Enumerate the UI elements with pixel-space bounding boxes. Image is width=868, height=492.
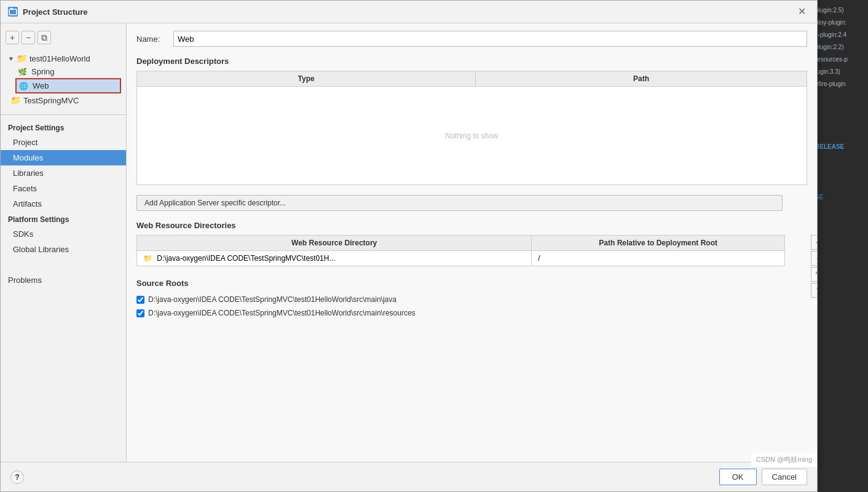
nav-facets[interactable]: Facets bbox=[1, 181, 126, 196]
deployment-descriptors-title: Deployment Descriptors bbox=[136, 57, 807, 66]
footer-left: ? bbox=[10, 470, 24, 484]
title-bar: Project Structure ✕ bbox=[1, 1, 817, 23]
cancel-button[interactable]: Cancel bbox=[762, 469, 807, 485]
add-app-server-descriptor-btn[interactable]: Add Application Server specific descript… bbox=[136, 195, 783, 211]
wr-table: Web Resource Directory Path Relative to … bbox=[136, 235, 785, 266]
wr-sidebar-buttons: + − ✎ ? bbox=[811, 235, 817, 298]
add-button[interactable]: + bbox=[6, 31, 19, 44]
right-panel: Name: Deployment Descriptors Type Path bbox=[127, 23, 817, 462]
source-root-2-label: D:\java-oxygen\IDEA CODE\TestSpringMVC\t… bbox=[148, 309, 416, 317]
platform-settings-label: Platform Settings bbox=[1, 212, 126, 226]
source-root-2-checkbox[interactable] bbox=[136, 309, 144, 317]
remove-button[interactable]: − bbox=[22, 31, 35, 44]
nav-artifacts[interactable]: Artifacts bbox=[1, 196, 126, 212]
wr-add-btn[interactable]: + bbox=[811, 235, 817, 250]
name-row: Name: bbox=[136, 31, 807, 47]
table-empty-text: Nothing to show bbox=[137, 87, 807, 185]
project-settings-label: Project Settings bbox=[1, 120, 126, 135]
nav-sdks[interactable]: SDKs bbox=[1, 226, 126, 242]
wr-edit-btn[interactable]: ✎ bbox=[811, 267, 817, 282]
nav-problems[interactable]: Problems bbox=[1, 269, 126, 291]
bg-line-2: ploy-plugin: bbox=[815, 17, 866, 28]
source-roots-title: Source Roots bbox=[136, 279, 807, 288]
nav-section: Project Settings Project Modules Librari… bbox=[1, 114, 126, 291]
bg-line-7: efire-plugin bbox=[815, 79, 866, 90]
tree-sibling-item[interactable]: 📁 TestSpringMVC bbox=[6, 93, 121, 107]
bg-line-1: plugin:2.5) bbox=[815, 5, 866, 16]
nav-libraries[interactable]: Libraries bbox=[1, 165, 126, 181]
toolbar-row: + − ⧉ bbox=[1, 28, 126, 49]
wr-table-wrapper: Web Resource Directory Path Relative to … bbox=[136, 235, 807, 266]
bg-line-4: plugin:2.2) bbox=[815, 42, 866, 53]
tree-children: 🌿 Spring 🌐 Web bbox=[6, 65, 121, 93]
col-wr-path: Path Relative to Deployment Root bbox=[532, 236, 785, 251]
bg-line-9: SE bbox=[815, 192, 866, 203]
source-root-1: D:\java-oxygen\IDEA CODE\TestSpringMVC\t… bbox=[136, 293, 807, 306]
spring-label: Spring bbox=[31, 67, 55, 76]
col-type: Type bbox=[137, 71, 476, 87]
ok-button[interactable]: OK bbox=[719, 469, 757, 485]
bg-line-6: lugin:3.3) bbox=[815, 66, 866, 77]
web-label: Web bbox=[33, 81, 49, 90]
project-structure-dialog: Project Structure ✕ + − ⧉ ▼ 📁 test01Hell… bbox=[0, 0, 818, 492]
expand-arrow: ▼ bbox=[8, 55, 14, 62]
sibling-label: TestSpringMVC bbox=[23, 96, 79, 105]
title-bar-left: Project Structure bbox=[8, 7, 87, 17]
bg-line-5: resources-p bbox=[815, 54, 866, 65]
problems-section: Problems bbox=[1, 269, 126, 291]
deployment-table: Type Path Nothing to show bbox=[136, 71, 807, 185]
wr-dir-text: D:\java-oxygen\IDEA CODE\TestSpringMVC\t… bbox=[157, 254, 335, 263]
dialog-footer: ? OK Cancel bbox=[1, 462, 817, 491]
dialog-icon bbox=[8, 7, 18, 17]
folder-icon: 📁 bbox=[17, 54, 27, 63]
tree-root-item[interactable]: ▼ 📁 test01HelloWorld bbox=[6, 52, 121, 65]
wr-dir-cell: 📁 D:\java-oxygen\IDEA CODE\TestSpringMVC… bbox=[137, 251, 532, 266]
source-root-1-label: D:\java-oxygen\IDEA CODE\TestSpringMVC\t… bbox=[148, 295, 397, 304]
svg-rect-1 bbox=[10, 8, 13, 10]
background-editor: plugin:2.5) ploy-plugin: ll-plugin:2.4 p… bbox=[813, 0, 868, 492]
root-label: test01HelloWorld bbox=[30, 54, 90, 63]
source-root-1-checkbox[interactable] bbox=[136, 296, 144, 304]
sibling-folder-icon: 📁 bbox=[10, 95, 21, 105]
col-wr-dir: Web Resource Directory bbox=[137, 236, 532, 251]
bg-line-8: RELEASE bbox=[815, 141, 866, 153]
source-root-2: D:\java-oxygen\IDEA CODE\TestSpringMVC\t… bbox=[136, 306, 807, 320]
dialog-title: Project Structure bbox=[23, 7, 87, 17]
dialog-body: + − ⧉ ▼ 📁 test01HelloWorld 🌿 Spring bbox=[1, 23, 817, 462]
deployment-table-wrapper: Type Path Nothing to show + bbox=[136, 71, 807, 185]
svg-rect-0 bbox=[9, 9, 17, 15]
name-label: Name: bbox=[136, 34, 167, 44]
footer-right: OK Cancel bbox=[719, 469, 807, 485]
tree-spring-item[interactable]: 🌿 Spring bbox=[15, 65, 121, 78]
web-resource-title: Web Resource Directories bbox=[136, 221, 807, 230]
copy-button[interactable]: ⧉ bbox=[37, 31, 51, 44]
left-panel: + − ⧉ ▼ 📁 test01HelloWorld 🌿 Spring bbox=[1, 23, 127, 462]
close-button[interactable]: ✕ bbox=[794, 6, 810, 18]
wr-path-cell: / bbox=[532, 251, 785, 266]
bg-line-3: ll-plugin:2.4 bbox=[815, 30, 866, 41]
col-path: Path bbox=[476, 71, 807, 87]
spring-icon: 🌿 bbox=[18, 68, 27, 76]
wr-help-btn[interactable]: ? bbox=[811, 283, 817, 298]
wr-row: 📁 D:\java-oxygen\IDEA CODE\TestSpringMVC… bbox=[137, 251, 785, 266]
name-input[interactable] bbox=[173, 31, 807, 47]
wr-remove-btn[interactable]: − bbox=[811, 251, 817, 266]
module-tree: ▼ 📁 test01HelloWorld 🌿 Spring 🌐 Web bbox=[1, 49, 126, 109]
csdn-watermark: CSDN @鸣鼓ming bbox=[751, 453, 817, 467]
web-icon: 🌐 bbox=[19, 82, 28, 90]
help-button[interactable]: ? bbox=[10, 470, 24, 484]
nav-modules[interactable]: Modules bbox=[1, 150, 126, 165]
wr-folder-icon: 📁 bbox=[143, 254, 152, 263]
source-roots-section: Source Roots D:\java-oxygen\IDEA CODE\Te… bbox=[136, 279, 807, 320]
nav-global-libraries[interactable]: Global Libraries bbox=[1, 242, 126, 257]
nav-project[interactable]: Project bbox=[1, 135, 126, 150]
tree-web-item[interactable]: 🌐 Web bbox=[15, 78, 121, 93]
